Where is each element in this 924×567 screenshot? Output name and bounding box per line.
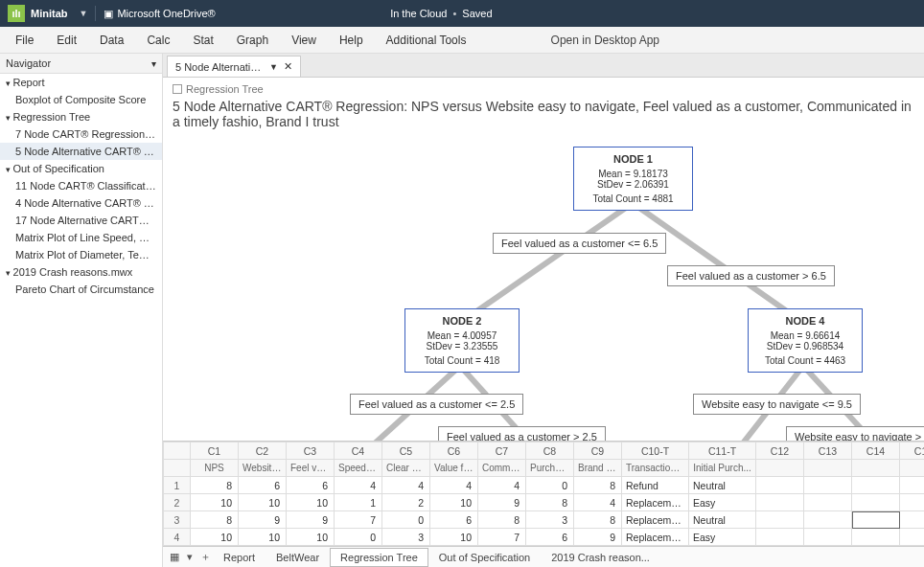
cell[interactable]: 4	[382, 477, 430, 494]
menu-file[interactable]: File	[4, 28, 45, 53]
cell[interactable]: 8	[574, 477, 622, 494]
menu-additional-tools[interactable]: Additional Tools	[375, 28, 478, 53]
cell[interactable]	[852, 511, 900, 529]
cell[interactable]: 7	[478, 529, 526, 546]
column-name[interactable]: Purchased b...	[526, 460, 574, 477]
column-name[interactable]	[804, 460, 852, 477]
column-name[interactable]	[164, 460, 191, 477]
cell[interactable]	[756, 511, 804, 529]
cell[interactable]: 0	[526, 477, 574, 494]
column-header[interactable]: C10-T	[622, 442, 689, 460]
cell[interactable]: 9	[287, 511, 335, 529]
nav-item[interactable]: 5 Node Alternative CART® Regression: ...	[0, 143, 162, 160]
cell[interactable]: Easy	[689, 494, 756, 511]
column-name[interactable]	[900, 460, 925, 477]
cell[interactable]	[852, 529, 900, 546]
cell[interactable]	[852, 477, 900, 494]
cell[interactable]: Neutral	[689, 477, 756, 494]
nav-item[interactable]: Matrix Plot of Diameter, Temperature	[0, 246, 162, 263]
cell[interactable]: Replacement	[622, 529, 689, 546]
cell[interactable]: Refund	[622, 477, 689, 494]
cell[interactable]: 9	[574, 529, 622, 546]
column-header[interactable]: C4	[335, 442, 382, 460]
cell[interactable]: Replacement	[622, 494, 689, 511]
row-header[interactable]: 4	[164, 529, 191, 546]
cell[interactable]: Replacement	[622, 511, 689, 529]
menu-data[interactable]: Data	[88, 28, 135, 53]
cell[interactable]: 3	[526, 511, 574, 529]
cell[interactable]: 3	[382, 529, 430, 546]
cell[interactable]	[804, 529, 852, 546]
column-header[interactable]: C11-T	[689, 442, 756, 460]
nav-item[interactable]: 17 Node Alternative CART® Classificatio.…	[0, 212, 162, 229]
document-tab[interactable]: 5 Node Alternativ... ▼ ✕	[167, 56, 301, 77]
sheet-tab[interactable]: Report	[213, 548, 266, 567]
menu-view[interactable]: View	[280, 28, 328, 53]
column-header[interactable]: C8	[526, 442, 574, 460]
cell[interactable]	[900, 529, 925, 546]
cell[interactable]: 2	[382, 494, 430, 511]
column-header[interactable]: C14	[852, 442, 900, 460]
row-header[interactable]: 3	[164, 511, 191, 529]
cell[interactable]: 10	[239, 529, 287, 546]
tab-close-icon[interactable]: ✕	[284, 60, 292, 73]
cell[interactable]: 8	[191, 477, 239, 494]
cell[interactable]: 8	[478, 511, 526, 529]
column-header[interactable]: C5	[382, 442, 430, 460]
cell[interactable]	[804, 494, 852, 511]
cell[interactable]: 4	[335, 477, 382, 494]
cell[interactable]: 9	[239, 511, 287, 529]
cell[interactable]: Neutral	[689, 511, 756, 529]
cell[interactable]: 4	[478, 477, 526, 494]
cell[interactable]: 8	[526, 494, 574, 511]
column-name[interactable]: Communicat...	[478, 460, 526, 477]
cell[interactable]: 10	[239, 494, 287, 511]
column-header[interactable]: C13	[804, 442, 852, 460]
row-header[interactable]: 1	[164, 477, 191, 494]
add-sheet-icon[interactable]: ＋	[197, 550, 213, 564]
cell[interactable]: 9	[478, 494, 526, 511]
nav-item[interactable]: Pareto Chart of Circumstance	[0, 281, 162, 298]
navigator-menu-icon[interactable]: ▾	[151, 58, 156, 69]
menu-stat[interactable]: Stat	[181, 28, 224, 53]
column-name[interactable]: NPS	[191, 460, 239, 477]
sheet-tab[interactable]: Out of Specification	[428, 548, 541, 567]
column-header[interactable]: C9	[574, 442, 622, 460]
cell[interactable]	[852, 494, 900, 511]
sheet-tab[interactable]: Regression Tree	[330, 548, 428, 567]
cell[interactable]: 7	[335, 511, 382, 529]
column-header[interactable]: C3	[287, 442, 335, 460]
nav-item[interactable]: 2019 Crash reasons.mwx	[0, 263, 162, 281]
tab-dropdown-icon[interactable]: ▼	[269, 62, 278, 72]
menu-edit[interactable]: Edit	[45, 28, 88, 53]
open-desktop-app[interactable]: Open in Desktop App	[540, 28, 671, 53]
cell[interactable]: 10	[287, 494, 335, 511]
column-header[interactable]: C1	[191, 442, 239, 460]
cell[interactable]: 6	[430, 511, 478, 529]
nav-item[interactable]: Regression Tree	[0, 108, 162, 125]
cell[interactable]: 6	[526, 529, 574, 546]
sheet-tab[interactable]: 2019 Crash reason...	[541, 548, 660, 567]
column-name[interactable]: Initial Purch...	[689, 460, 756, 477]
cell[interactable]	[804, 511, 852, 529]
column-name[interactable]	[756, 460, 804, 477]
cell[interactable]: 10	[430, 529, 478, 546]
column-header[interactable]: C2	[239, 442, 287, 460]
row-header[interactable]: 2	[164, 494, 191, 511]
column-name[interactable]: Transaction Type	[622, 460, 689, 477]
cell[interactable]: 4	[430, 477, 478, 494]
column-name[interactable]: Value for the...	[430, 460, 478, 477]
dropdown-icon[interactable]: ▼	[80, 9, 88, 18]
cell[interactable]	[756, 477, 804, 494]
cell[interactable]: 6	[239, 477, 287, 494]
cell[interactable]: 0	[382, 511, 430, 529]
menu-graph[interactable]: Graph	[225, 28, 280, 53]
cell[interactable]	[900, 511, 925, 529]
menu-help[interactable]: Help	[328, 28, 375, 53]
nav-item[interactable]: 7 Node CART® Regression: NPS versus ...	[0, 125, 162, 143]
cell[interactable]: 10	[191, 494, 239, 511]
cell[interactable]: 6	[287, 477, 335, 494]
nav-item[interactable]: Out of Specification	[0, 160, 162, 177]
cell[interactable]	[756, 494, 804, 511]
cell[interactable]: 10	[191, 529, 239, 546]
